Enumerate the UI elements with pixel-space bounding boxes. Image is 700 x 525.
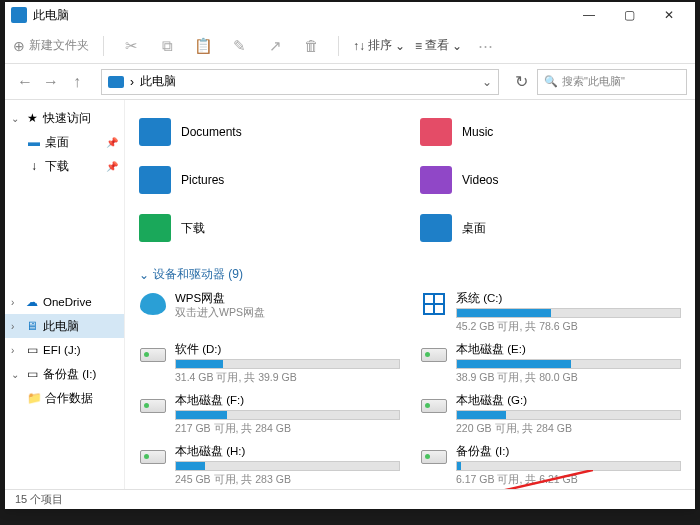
folder-icon xyxy=(139,166,171,194)
delete-icon[interactable]: 🗑 xyxy=(298,33,324,59)
address-bar[interactable]: › 此电脑 ⌄ xyxy=(101,69,499,95)
drive-icon xyxy=(139,446,167,468)
pc-icon xyxy=(108,76,124,88)
sidebar-thispc[interactable]: ›🖥 此电脑 xyxy=(5,314,124,338)
sidebar-coop[interactable]: 📁 合作数据 xyxy=(5,386,124,410)
folder-pictures[interactable]: Pictures xyxy=(139,158,400,202)
pin-icon: 📌 xyxy=(106,137,118,148)
folder-videos[interactable]: Videos xyxy=(420,158,681,202)
search-placeholder: 搜索"此电脑" xyxy=(562,74,625,89)
folder-label: Videos xyxy=(462,173,498,187)
drive-item[interactable]: WPS网盘双击进入WPS网盘 xyxy=(139,291,400,334)
navbar: ← → ↑ › 此电脑 ⌄ ↻ 🔍 搜索"此电脑" xyxy=(5,64,695,100)
sidebar-desktop[interactable]: ▬ 桌面 📌 xyxy=(5,130,124,154)
folder-桌面[interactable]: 桌面 xyxy=(420,206,681,250)
folder-icon xyxy=(139,214,171,242)
status-text: 15 个项目 xyxy=(15,492,63,507)
main-pane: DocumentsMusicPicturesVideos下载桌面 ⌄ 设备和驱动… xyxy=(125,100,695,489)
folder-icon xyxy=(420,166,452,194)
back-button[interactable]: ← xyxy=(13,70,37,94)
view-label: 查看 xyxy=(425,37,449,54)
section-devices[interactable]: ⌄ 设备和驱动器 (9) xyxy=(139,266,681,283)
drive-icon xyxy=(139,395,167,417)
drive-icon xyxy=(139,344,167,366)
pin-icon: 📌 xyxy=(106,161,118,172)
drive-item[interactable]: 本地磁盘 (G:)220 GB 可用, 共 284 GB xyxy=(420,393,681,436)
more-button[interactable]: ⋯ xyxy=(472,33,498,59)
folder-documents[interactable]: Documents xyxy=(139,110,400,154)
rename-icon[interactable]: ✎ xyxy=(226,33,252,59)
drive-icon xyxy=(420,395,448,417)
view-icon: ≡ xyxy=(415,39,422,53)
paste-icon[interactable]: 📋 xyxy=(190,33,216,59)
forward-button[interactable]: → xyxy=(39,70,63,94)
minimize-button[interactable]: — xyxy=(569,2,609,28)
folder-icon xyxy=(420,118,452,146)
sort-icon: ↑↓ xyxy=(353,39,365,53)
sidebar-quick-access[interactable]: ⌄★ 快速访问 xyxy=(5,106,124,130)
drive-item[interactable]: 本地磁盘 (H:)245 GB 可用, 共 283 GB xyxy=(139,444,400,487)
sidebar-backup[interactable]: ⌄▭ 备份盘 (I:) xyxy=(5,362,124,386)
toolbar: ⊕ 新建文件夹 ✂ ⧉ 📋 ✎ ↗ 🗑 ↑↓ 排序 ⌄ ≡ 查看 ⌄ ⋯ xyxy=(5,28,695,64)
maximize-button[interactable]: ▢ xyxy=(609,2,649,28)
sort-label: 排序 xyxy=(368,37,392,54)
chevron-down-icon: ⌄ xyxy=(139,268,149,282)
folder-icon xyxy=(139,118,171,146)
copy-icon[interactable]: ⧉ xyxy=(154,33,180,59)
folder-下载[interactable]: 下载 xyxy=(139,206,400,250)
folder-icon xyxy=(420,214,452,242)
folder-label: 桌面 xyxy=(462,220,486,237)
folder-label: Pictures xyxy=(181,173,224,187)
sort-button[interactable]: ↑↓ 排序 ⌄ xyxy=(353,37,405,54)
drive-item[interactable]: 备份盘 (I:)6.17 GB 可用, 共 6.21 GB xyxy=(420,444,681,487)
close-button[interactable]: ✕ xyxy=(649,2,689,28)
sidebar-efi[interactable]: ›▭ EFI (J:) xyxy=(5,338,124,362)
address-dropdown[interactable]: ⌄ xyxy=(482,75,492,89)
drive-icon xyxy=(420,344,448,366)
cut-icon[interactable]: ✂ xyxy=(118,33,144,59)
drive-item[interactable]: 本地磁盘 (E:)38.9 GB 可用, 共 80.0 GB xyxy=(420,342,681,385)
search-input[interactable]: 🔍 搜索"此电脑" xyxy=(537,69,687,95)
drive-icon xyxy=(420,446,448,468)
window-title: 此电脑 xyxy=(33,7,69,24)
new-folder-label: 新建文件夹 xyxy=(29,37,89,54)
drive-item[interactable]: 系统 (C:)45.2 GB 可用, 共 78.6 GB xyxy=(420,291,681,334)
sidebar-downloads[interactable]: ↓ 下载 📌 xyxy=(5,154,124,178)
up-button[interactable]: ↑ xyxy=(65,70,89,94)
folder-label: Music xyxy=(462,125,493,139)
drive-icon xyxy=(420,293,448,315)
chevron-down-icon: ⌄ xyxy=(452,39,462,53)
folder-label: 下载 xyxy=(181,220,205,237)
address-location: 此电脑 xyxy=(140,73,176,90)
folder-music[interactable]: Music xyxy=(420,110,681,154)
sidebar: ⌄★ 快速访问 ▬ 桌面 📌 ↓ 下载 📌 ›☁ OneDrive ›🖥 此电脑 xyxy=(5,100,125,489)
titlebar: 此电脑 — ▢ ✕ xyxy=(5,2,695,28)
app-icon xyxy=(11,7,27,23)
view-button[interactable]: ≡ 查看 ⌄ xyxy=(415,37,462,54)
drive-item[interactable]: 软件 (D:)31.4 GB 可用, 共 39.9 GB xyxy=(139,342,400,385)
refresh-button[interactable]: ↻ xyxy=(509,70,533,94)
chevron-down-icon: ⌄ xyxy=(395,39,405,53)
new-folder-button[interactable]: ⊕ 新建文件夹 xyxy=(13,37,89,54)
share-icon[interactable]: ↗ xyxy=(262,33,288,59)
sidebar-onedrive[interactable]: ›☁ OneDrive xyxy=(5,290,124,314)
drive-item[interactable]: 本地磁盘 (F:)217 GB 可用, 共 284 GB xyxy=(139,393,400,436)
plus-icon: ⊕ xyxy=(13,38,25,54)
search-icon: 🔍 xyxy=(544,75,558,88)
file-explorer-window: 此电脑 — ▢ ✕ ⊕ 新建文件夹 ✂ ⧉ 📋 ✎ ↗ 🗑 ↑↓ 排序 ⌄ ≡ … xyxy=(5,2,695,509)
drive-icon xyxy=(139,293,167,315)
folder-label: Documents xyxy=(181,125,242,139)
statusbar: 15 个项目 xyxy=(5,489,695,509)
